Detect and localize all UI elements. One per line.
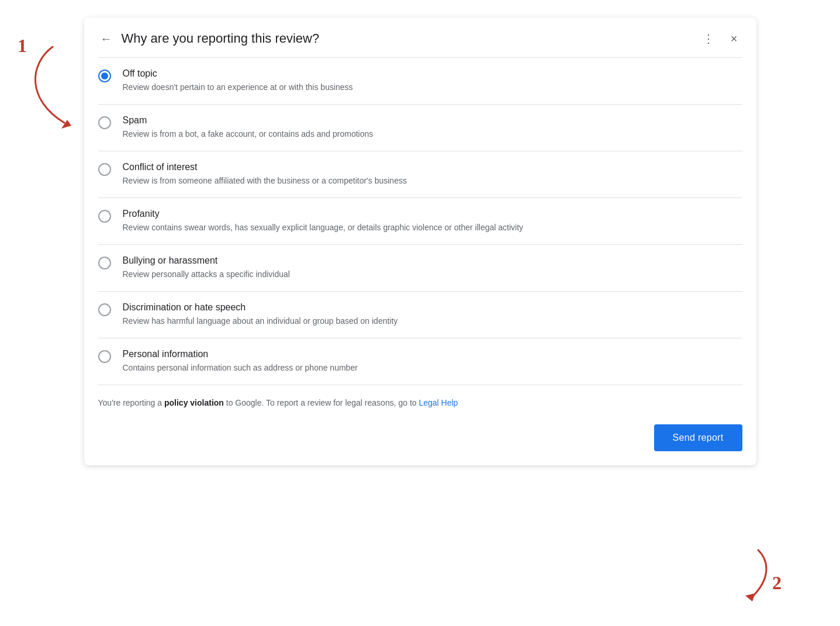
footer-bold-text: policy violation	[164, 398, 224, 407]
radio-outer-off-topic	[98, 70, 111, 82]
footer-text-middle: to Google. To report a review for legal …	[224, 398, 419, 407]
option-item-personal-info[interactable]: Personal informationContains personal in…	[98, 338, 742, 385]
option-desc-profanity: Review contains swear words, has sexuall…	[123, 222, 742, 234]
radio-profanity[interactable]	[98, 210, 111, 223]
footer-text-before: You're reporting a	[98, 398, 164, 407]
radio-outer-discrimination	[98, 303, 111, 316]
dialog-header: ← Why are you reporting this review? ⋮ ×	[84, 18, 756, 57]
option-item-bullying[interactable]: Bullying or harassmentReview personally …	[98, 245, 742, 292]
option-content-spam: SpamReview is from a bot, a fake account…	[123, 115, 742, 140]
option-item-spam[interactable]: SpamReview is from a bot, a fake account…	[98, 105, 742, 151]
option-content-discrimination: Discrimination or hate speechReview has …	[123, 302, 742, 327]
dialog-title: Why are you reporting this review?	[122, 31, 691, 46]
option-item-discrimination[interactable]: Discrimination or hate speechReview has …	[98, 292, 742, 338]
radio-personal-info[interactable]	[98, 350, 111, 363]
annotation-2-number: 2	[772, 572, 782, 593]
radio-outer-profanity	[98, 210, 111, 223]
option-desc-conflict-of-interest: Review is from someone affiliated with t…	[123, 175, 742, 187]
option-desc-personal-info: Contains personal information such as ad…	[123, 362, 742, 374]
option-content-profanity: ProfanityReview contains swear words, ha…	[123, 209, 742, 234]
option-label-personal-info: Personal information	[123, 349, 742, 359]
radio-spam[interactable]	[98, 116, 111, 129]
legal-help-link[interactable]: Legal Help	[419, 398, 458, 407]
option-item-conflict-of-interest[interactable]: Conflict of interestReview is from someo…	[98, 151, 742, 198]
option-label-bullying: Bullying or harassment	[123, 255, 742, 266]
option-label-off-topic: Off topic	[123, 68, 742, 79]
option-content-personal-info: Personal informationContains personal in…	[123, 349, 742, 374]
option-content-off-topic: Off topicReview doesn't pertain to an ex…	[123, 68, 742, 94]
more-options-button[interactable]: ⋮	[698, 29, 719, 48]
radio-off-topic[interactable]	[98, 70, 111, 82]
option-desc-discrimination: Review has harmful language about an ind…	[123, 315, 742, 327]
radio-outer-spam	[98, 116, 111, 129]
option-label-profanity: Profanity	[123, 209, 742, 219]
radio-bullying[interactable]	[98, 257, 111, 269]
report-dialog: ← Why are you reporting this review? ⋮ ×…	[84, 18, 756, 465]
svg-marker-1	[745, 593, 755, 601]
radio-outer-bullying	[98, 257, 111, 269]
radio-outer-personal-info	[98, 350, 111, 363]
svg-marker-0	[61, 120, 71, 129]
radio-inner-off-topic	[101, 72, 108, 79]
radio-discrimination[interactable]	[98, 303, 111, 316]
close-button[interactable]: ×	[726, 30, 742, 48]
option-label-discrimination: Discrimination or hate speech	[123, 302, 742, 313]
dialog-footer: Send report	[84, 415, 756, 465]
radio-conflict-of-interest[interactable]	[98, 163, 111, 176]
option-item-profanity[interactable]: ProfanityReview contains swear words, ha…	[98, 198, 742, 245]
option-content-conflict-of-interest: Conflict of interestReview is from someo…	[123, 162, 742, 187]
back-button[interactable]: ←	[98, 30, 115, 48]
option-content-bullying: Bullying or harassmentReview personally …	[123, 255, 742, 281]
options-list: Off topicReview doesn't pertain to an ex…	[84, 57, 756, 385]
annotation-1-number: 1	[18, 35, 27, 56]
footer-text: You're reporting a policy violation to G…	[84, 385, 756, 415]
option-desc-off-topic: Review doesn't pertain to an experience …	[123, 81, 742, 94]
option-desc-spam: Review is from a bot, a fake account, or…	[123, 128, 742, 140]
radio-outer-conflict-of-interest	[98, 163, 111, 176]
option-label-conflict-of-interest: Conflict of interest	[123, 162, 742, 172]
option-label-spam: Spam	[123, 115, 742, 126]
option-item-off-topic[interactable]: Off topicReview doesn't pertain to an ex…	[98, 57, 742, 105]
send-report-button[interactable]: Send report	[654, 424, 742, 451]
option-desc-bullying: Review personally attacks a specific ind…	[123, 268, 742, 281]
